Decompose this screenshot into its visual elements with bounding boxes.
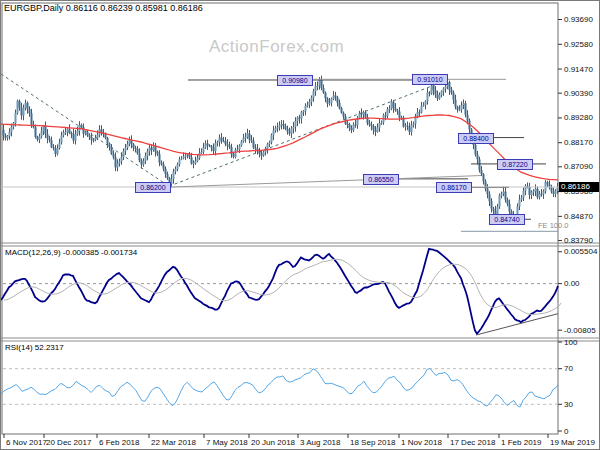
candlestick xyxy=(133,144,135,148)
candlestick xyxy=(85,132,87,133)
candlestick xyxy=(279,125,281,127)
candlestick xyxy=(3,130,5,136)
candlestick xyxy=(483,174,485,181)
candlestick xyxy=(413,124,415,125)
price-level-label[interactable]: 0.91010 xyxy=(412,74,448,85)
candlestick xyxy=(201,152,203,153)
price-level-label[interactable]: 0.86200 xyxy=(135,182,171,193)
candlestick xyxy=(477,155,479,160)
candlestick xyxy=(537,189,539,198)
candlestick xyxy=(335,96,337,98)
candlestick xyxy=(507,200,509,204)
candlestick xyxy=(293,127,295,129)
candlestick xyxy=(135,148,137,149)
price-level-label[interactable]: 0.84740 xyxy=(489,214,525,225)
candlestick xyxy=(35,127,37,137)
candlestick xyxy=(479,159,481,170)
candlestick xyxy=(453,93,455,100)
candlestick xyxy=(155,147,157,152)
plot-frame xyxy=(2,3,558,434)
candlestick xyxy=(397,110,399,111)
candlestick xyxy=(313,91,315,97)
x-axis-label: 3 Aug 2018 xyxy=(300,438,340,447)
candlestick xyxy=(389,109,391,110)
candlestick xyxy=(57,148,59,154)
candlestick xyxy=(37,137,39,140)
price-level-label[interactable]: 0.90980 xyxy=(277,75,313,86)
x-axis-label: 20 Jun 2018 xyxy=(251,438,295,447)
candlestick xyxy=(341,108,343,113)
candlestick xyxy=(183,157,185,159)
candlestick xyxy=(349,124,351,128)
candlestick xyxy=(435,90,437,94)
candlestick xyxy=(129,140,131,144)
candlestick xyxy=(363,112,365,114)
candlestick xyxy=(547,182,549,184)
candlestick xyxy=(221,138,223,141)
price-level-label[interactable]: 0.86550 xyxy=(363,174,399,185)
candlestick xyxy=(375,130,377,132)
candlestick xyxy=(203,147,205,152)
candlestick xyxy=(247,134,249,137)
candlestick xyxy=(71,133,73,134)
candlestick xyxy=(269,142,271,144)
price-level-label[interactable]: 0.86170 xyxy=(436,182,472,193)
candlestick xyxy=(19,101,21,108)
candlestick xyxy=(555,191,557,194)
x-axis-label: 22 Mar 2018 xyxy=(151,438,196,447)
candlestick xyxy=(395,108,397,110)
mt4-chart-window: EURGBP,Daily 0.86116 0.86239 0.85981 0.8… xyxy=(0,0,600,450)
candlestick xyxy=(115,157,117,167)
candlestick xyxy=(5,135,7,138)
candlestick xyxy=(291,129,293,134)
candlestick xyxy=(519,200,521,207)
candlestick xyxy=(69,129,71,133)
candlestick xyxy=(41,131,43,136)
candlestick xyxy=(533,191,535,192)
trendline[interactable] xyxy=(169,81,446,187)
candlestick xyxy=(535,189,537,192)
candlestick xyxy=(467,115,469,121)
price-level-label[interactable]: 0.87220 xyxy=(497,159,533,170)
price-axis-tick: 0.91470 xyxy=(564,65,593,74)
candlestick xyxy=(283,124,285,126)
candlestick xyxy=(11,127,13,132)
x-axis-label: 20 Dec 2017 xyxy=(46,438,91,447)
chart-title: EURGBP,Daily 0.86116 0.86239 0.85981 0.8… xyxy=(4,3,203,13)
x-axis-label: 19 Mar 2019 xyxy=(550,438,595,447)
candlestick xyxy=(59,143,61,148)
candlestick xyxy=(297,117,299,121)
x-axis-label: 1 Feb 2019 xyxy=(501,438,541,447)
candlestick xyxy=(61,135,63,142)
candlestick xyxy=(529,187,531,195)
candlestick xyxy=(391,102,393,109)
candlestick xyxy=(165,169,167,174)
candlestick xyxy=(497,207,499,215)
candlestick xyxy=(275,128,277,130)
chart-area[interactable] xyxy=(1,1,600,450)
candlestick xyxy=(405,126,407,127)
candlestick xyxy=(151,148,153,151)
price-axis-tick: 0.84870 xyxy=(564,212,593,221)
candlestick xyxy=(337,97,339,103)
price-level-label[interactable]: 0.88400 xyxy=(458,133,494,144)
x-axis-label: 7 May 2018 xyxy=(206,438,248,447)
candlestick xyxy=(277,127,279,128)
candlestick xyxy=(315,86,317,91)
candlestick xyxy=(7,136,9,138)
candlestick xyxy=(461,105,463,109)
candlestick xyxy=(91,137,93,140)
candlestick xyxy=(427,93,429,102)
candlestick xyxy=(233,154,235,157)
candlestick xyxy=(95,138,97,140)
candlestick xyxy=(227,144,229,145)
candlestick xyxy=(429,93,431,94)
candlestick xyxy=(119,161,121,163)
candlestick xyxy=(387,109,389,116)
candlestick xyxy=(299,117,301,118)
candlestick xyxy=(51,140,53,147)
candlestick xyxy=(239,146,241,150)
trendline[interactable] xyxy=(169,176,481,188)
candlestick xyxy=(543,191,545,194)
macd-signal-line xyxy=(4,259,561,314)
